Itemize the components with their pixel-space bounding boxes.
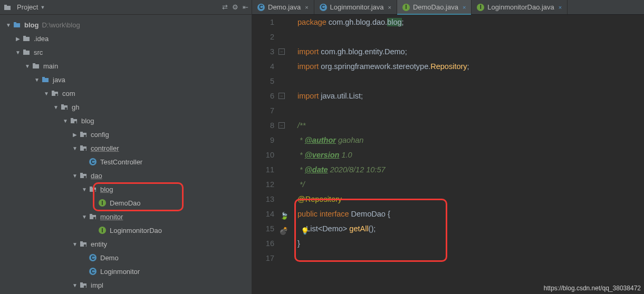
class-icon: C [89, 267, 97, 276]
tree-row[interactable]: ▼controller [0, 141, 252, 155]
project-view-label: Project [17, 3, 38, 11]
line-number: 17 [252, 251, 274, 266]
tree-row[interactable]: ILoginmonitorDao [0, 223, 252, 237]
tree-row[interactable]: CDemo [0, 251, 252, 264]
code-line[interactable] [297, 74, 644, 89]
package-icon [70, 116, 78, 125]
tree-row[interactable]: ▼com [0, 86, 252, 100]
code-line[interactable]: package com.gh.blog.dao.blog; [297, 15, 644, 30]
breakpoint-icon[interactable]: 💣 [279, 223, 288, 238]
interface-icon: I [98, 199, 107, 207]
tree-row[interactable]: ▼blog [0, 182, 252, 196]
tree-row[interactable]: ▼java [0, 73, 252, 86]
tree-row[interactable]: ▼gh [0, 100, 252, 114]
close-tab-icon[interactable]: × [559, 4, 562, 11]
svg-point-14 [55, 94, 58, 96]
code-line[interactable] [297, 251, 644, 266]
fold-marker[interactable]: − [278, 48, 285, 55]
tree-row[interactable]: ▼dao [0, 169, 252, 182]
svg-rect-5 [23, 36, 26, 37]
tree-node-path: D:\work\blog [42, 21, 80, 29]
tree-row[interactable]: ▶config [0, 128, 252, 141]
project-view-selector[interactable]: Project ▼ [3, 3, 45, 12]
close-tab-icon[interactable]: × [305, 4, 308, 11]
expand-arrow-icon[interactable]: ▼ [33, 77, 41, 83]
expand-arrow-icon[interactable]: ▼ [80, 214, 89, 220]
tree-node-label: controller [91, 144, 119, 152]
tree-row[interactable]: CTestController [0, 155, 252, 169]
expand-arrow-icon[interactable]: ▼ [71, 241, 79, 247]
tree-row[interactable]: CLoginmonitor [0, 264, 252, 278]
editor-tab[interactable]: ILoginmonitorDao.java× [472, 0, 568, 14]
code-line[interactable]: */ [297, 177, 644, 192]
editor-tab[interactable]: CLoginmonitor.java× [314, 0, 397, 14]
tree-row[interactable]: ▼blogD:\work\blog [0, 18, 252, 32]
tree-node-label: impl [91, 281, 103, 289]
expand-arrow-icon[interactable]: ▶ [71, 132, 79, 138]
line-number: 7 [252, 103, 274, 118]
expand-arrow-icon[interactable]: ▼ [80, 187, 89, 192]
expand-arrow-icon[interactable]: ▼ [71, 282, 79, 288]
class-icon: C [89, 253, 97, 262]
line-number: 2 [252, 30, 274, 44]
fold-marker[interactable]: − [278, 122, 285, 129]
tree-row[interactable]: ▼blog [0, 114, 252, 128]
spring-bean-icon[interactable]: 🍃 [280, 209, 289, 223]
expand-arrow-icon[interactable]: ▼ [52, 104, 60, 110]
package-icon [60, 103, 69, 111]
svg-point-38 [84, 244, 86, 247]
expand-arrow-icon[interactable]: ▼ [42, 91, 51, 96]
expand-arrow-icon[interactable]: ▼ [23, 63, 32, 69]
project-tree[interactable]: ▼blogD:\work\blog▶.idea▼src▼main▼java▼co… [0, 15, 252, 292]
collapse-all-icon[interactable]: ⇤ [243, 3, 248, 11]
code-line[interactable]: import org.springframework.stereotype.Re… [297, 59, 644, 74]
gear-icon[interactable]: ⚙ [232, 3, 238, 11]
expand-arrow-icon[interactable]: ▼ [61, 118, 70, 124]
package-icon [79, 130, 88, 139]
expand-arrow-icon[interactable]: ▼ [71, 145, 79, 151]
expand-arrow-icon[interactable]: ▼ [71, 173, 79, 179]
folder-icon [22, 34, 31, 43]
expand-arrow-icon[interactable]: ▶ [14, 36, 22, 42]
tree-node-label: blog [24, 21, 39, 29]
tree-row[interactable]: ▼entity [0, 237, 252, 251]
folder-icon [32, 62, 40, 70]
fold-marker[interactable]: − [278, 93, 285, 99]
tree-row[interactable]: ▼impl [0, 278, 252, 292]
code-line[interactable]: List<Demo> getAll(); [297, 221, 644, 236]
code-line[interactable]: * @version 1.0 [297, 148, 644, 162]
expand-arrow-icon[interactable]: ▼ [4, 22, 13, 28]
code-line[interactable] [297, 30, 644, 44]
tree-row[interactable]: ▼monitor [0, 210, 252, 223]
code-line[interactable]: } [297, 236, 644, 251]
tree-node-label: LoginmonitorDao [110, 227, 162, 234]
flatten-icon[interactable]: ⇄ [222, 3, 228, 11]
expand-arrow-icon[interactable]: ▼ [14, 50, 22, 55]
svg-rect-37 [80, 241, 83, 243]
tree-row[interactable]: ▶.idea [0, 32, 252, 45]
package-icon [79, 171, 88, 180]
interface-icon: I [98, 226, 107, 234]
tree-row[interactable]: IDemoDao [0, 196, 252, 210]
intention-bulb-icon[interactable]: 💡 [301, 224, 309, 239]
code-line[interactable]: * @author gaohan [297, 133, 644, 148]
editor-tab[interactable]: IDemoDao.java× [397, 0, 472, 14]
code-line[interactable]: import java.util.List; [297, 89, 644, 103]
code-area[interactable]: 💡 package com.gh.blog.dao.blog;import co… [291, 15, 644, 294]
package-icon [79, 281, 88, 289]
svg-point-23 [84, 135, 86, 138]
code-line[interactable]: @Repository [297, 192, 644, 207]
close-tab-icon[interactable]: × [463, 4, 466, 11]
code-editor[interactable]: 1234567891011121314151617 − − − 🍃 💣 💡 pa… [252, 15, 644, 294]
code-line[interactable]: * @date 2020/8/12 10:57 [297, 162, 644, 177]
code-line[interactable]: /** [297, 118, 644, 133]
tree-row[interactable]: ▼src [0, 45, 252, 59]
code-line[interactable]: import com.gh.blog.entity.Demo; [297, 44, 644, 59]
code-line[interactable]: public interface DemoDao { [297, 207, 644, 221]
tree-row[interactable]: ▼main [0, 59, 252, 73]
close-tab-icon[interactable]: × [388, 4, 391, 11]
tree-node-label: monitor [100, 213, 123, 221]
svg-point-17 [65, 107, 68, 110]
editor-tab[interactable]: CDemo.java× [252, 0, 314, 14]
code-line[interactable] [297, 103, 644, 118]
